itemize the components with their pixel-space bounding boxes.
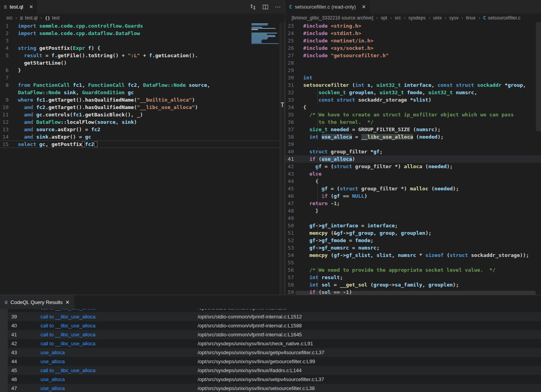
code-line[interactable]: 47 return -1; [285,200,541,207]
line-number[interactable]: 13 [0,126,18,133]
line-number[interactable]: 38 [285,133,303,141]
code-line[interactable]: 8from FunctionCall fc1, FunctionCall fc2… [0,81,285,89]
editor-setsourcefilter-c[interactable]: 23#include <string.h>24#include <stdint.… [285,22,541,295]
line-number[interactable]: 36 [285,118,303,126]
line-number[interactable]: 35 [285,111,303,118]
line-number[interactable]: 53 [285,244,303,251]
result-link[interactable]: use_alloca [41,384,65,392]
result-link[interactable]: use_alloca [41,357,65,366]
code-line[interactable]: 11 and gc.controls(fc1.getBasicBlock(), … [0,111,285,118]
code-line[interactable]: 34{ [285,104,541,111]
breadcrumb-item[interactable]: sysv [449,15,458,21]
code-line[interactable]: 30int [285,74,541,81]
breadcrumb-item[interactable]: src [395,15,401,21]
code-line[interactable]: 55 [285,259,541,266]
code-line[interactable]: 7 [0,74,285,81]
result-link[interactable]: call to __libc_use_alloca [41,309,95,312]
code-line[interactable]: getStartLine() [0,59,285,67]
line-number[interactable]: 7 [0,74,18,81]
code-line[interactable]: 14 and sink.asExpr() = gc [0,133,285,141]
line-number[interactable]: 55 [285,259,303,266]
line-number[interactable]: 29 [285,67,303,74]
line-number[interactable]: 50 [285,222,303,229]
code-line[interactable]: 45 gf = (struct group_filter *) malloc (… [285,185,541,192]
result-link[interactable]: call to __libc_use_alloca [41,312,95,321]
minimap[interactable] [251,23,279,44]
code-line[interactable]: 44 { [285,178,541,185]
code-line[interactable]: 39 [285,141,541,148]
line-number[interactable]: 41 [285,155,303,163]
breadcrumb-item[interactable]: {}test [45,15,60,21]
code-line[interactable]: 28 [285,59,541,67]
code-line[interactable]: 53 gf->gf_numsrc = numsrc; [285,244,541,251]
breadcrumb-item[interactable]: sysdeps [408,15,426,21]
breadcrumb-item[interactable]: ≡test.ql [20,15,37,21]
code-line[interactable]: 24#include <stdint.h> [285,30,541,37]
line-number[interactable]: 15 [0,141,18,148]
code-line[interactable]: 58 int sol = __get_sol (group->sa_family… [285,281,541,288]
line-number[interactable]: 56 [285,266,303,274]
code-line[interactable]: 23#include <string.h> [285,22,541,30]
code-line[interactable]: 15select gc, getPostfix(fc2) [0,141,285,148]
result-row[interactable]: call to __libc_use_alloca/opt/src/stdio-… [8,309,541,312]
code-line[interactable]: 2import semmle.code.cpp.dataflow.DataFlo… [0,30,285,37]
code-line[interactable]: 43 else [285,170,541,178]
line-number[interactable]: 27 [285,52,303,59]
line-number[interactable]: 9 [0,96,18,104]
editor-test-ql[interactable]: 1import semmle.code.cpp.controlflow.Guar… [0,22,285,295]
code-line[interactable]: 10 and fc2.getTarget().hasQualifiedName(… [0,104,285,111]
scrollbar-left-editor[interactable]: T [280,22,285,295]
line-number[interactable]: 39 [285,141,303,148]
line-number[interactable]: 48 [285,207,303,214]
code-line[interactable]: DataFlow::Node sink, GuardCondition gc [0,89,285,96]
code-line[interactable]: 57 int result; [285,274,541,281]
line-number[interactable]: 23 [285,22,303,30]
result-link[interactable]: call to __libc_use_alloca [41,321,95,330]
breadcrumb-item[interactable]: unix [433,15,442,21]
code-line[interactable]: 32 socklen_t grouplen, uint32_t fmode, u… [285,89,541,96]
code-line[interactable]: 26#include <sys/socket.h> [285,44,541,52]
line-number[interactable]: 25 [285,37,303,44]
line-number[interactable]: 28 [285,59,303,67]
line-number[interactable]: 5 [0,52,18,59]
close-icon[interactable]: ✕ [65,299,70,305]
code-line[interactable]: 48 } [285,207,541,214]
result-link[interactable]: call to __libc_use_alloca [41,330,95,339]
line-number[interactable]: 32 [285,89,303,96]
line-number[interactable]: 34 [285,104,303,111]
result-row[interactable]: 47use_alloca/opt/src/sysdeps/unix/sysv/l… [8,384,541,392]
close-icon[interactable]: ✕ [362,4,366,10]
result-row[interactable]: 43use_alloca/opt/src/sysdeps/unix/sysv/l… [8,348,541,357]
breadcrumb-item[interactable]: opt [381,15,387,21]
line-number[interactable]: 45 [285,185,303,192]
horizontal-scrollbar[interactable] [295,291,536,295]
code-line[interactable]: 42 gf = (struct group_filter *) alloca (… [285,163,541,170]
tab-setsourcefilter-c[interactable]: C setsourcefilter.c (read-only) ✕ [285,0,370,14]
split-editor-icon[interactable] [262,4,269,10]
code-line[interactable]: 50 gf->gf_interface = interface; [285,222,541,229]
code-line[interactable]: 27#include "getsourcefilter.h" [285,52,541,59]
code-line[interactable]: 12 and DataFlow::localFlow(source, sink) [0,118,285,126]
line-number[interactable]: 42 [285,163,303,170]
result-link[interactable]: use_alloca [41,348,65,357]
line-number[interactable]: 1 [0,22,18,30]
line-number[interactable]: 33 [285,96,303,104]
line-number[interactable]: 12 [0,118,18,126]
more-actions-icon[interactable]: ⋯ [275,4,281,11]
code-line[interactable]: 40 struct group_filter *gf; [285,148,541,155]
code-line[interactable]: 56 /* We need to provide the appropriate… [285,266,541,274]
line-number[interactable]: 10 [0,104,18,111]
result-row[interactable]: 45call to __libc_use_alloca/opt/src/sysd… [8,366,541,375]
line-number[interactable]: 26 [285,44,303,52]
code-line[interactable]: 38 int use_alloca = __libc_use_alloca (n… [285,133,541,141]
code-line[interactable]: 35 /* We have to create an struct ip_msf… [285,111,541,118]
close-icon[interactable]: ✕ [29,4,34,10]
code-line[interactable]: 13 and source.asExpr() = fc2 [0,126,285,133]
result-row[interactable]: 40call to __libc_use_alloca/opt/src/stdi… [8,321,541,330]
result-row[interactable]: 42call to __libc_use_alloca/opt/src/sysd… [8,339,541,348]
line-number[interactable]: 37 [285,126,303,133]
line-number[interactable] [0,59,18,67]
code-line[interactable]: 37 size_t needed = GROUP_FILTER_SIZE (nu… [285,126,541,133]
line-number[interactable] [0,89,18,96]
line-number[interactable]: 2 [0,30,18,37]
